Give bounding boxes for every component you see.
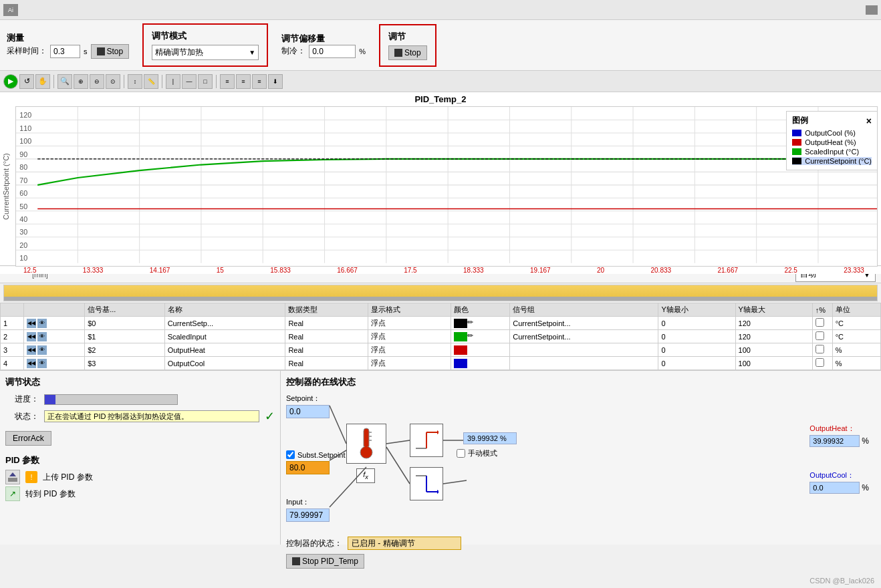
goto-pid-label: 转到 PID 参数 xyxy=(25,488,76,500)
signal-icon-1[interactable]: ◀◀ xyxy=(27,319,36,328)
progress-bar-container xyxy=(44,394,178,405)
table-row: 3 ◀◀ 👁 $2 OutputHeat Real 浮点 0 100 % xyxy=(1,343,881,357)
output-cool-input[interactable] xyxy=(809,482,860,494)
edit-icon-1[interactable]: ✏ xyxy=(467,318,473,326)
svg-text:120: 120 xyxy=(19,111,31,119)
svg-line-55 xyxy=(386,447,410,484)
toolbar: ▶ ↺ ✋ 🔍 ⊕ ⊖ ⊙ ↕ 📏 | — □ ≡ ≡ ≡ ⬇ xyxy=(0,71,881,92)
vline-button[interactable]: | xyxy=(166,74,180,89)
hline-button[interactable]: — xyxy=(182,74,197,89)
subst-label: Subst.Setpoint xyxy=(297,451,346,459)
zoom-out-2-button[interactable]: ⊖ xyxy=(90,74,104,89)
settings-icon[interactable] xyxy=(866,5,878,15)
cursor-button[interactable]: ↕ xyxy=(128,74,142,89)
eye-icon-4[interactable]: 👁 xyxy=(37,359,47,368)
progress-bar xyxy=(45,395,55,404)
sampling-input[interactable] xyxy=(50,45,80,58)
zoom-out-1-button[interactable]: ⊕ xyxy=(74,74,88,89)
cooling-input[interactable] xyxy=(309,45,356,58)
mode-dropdown[interactable]: 精确调节加热 ▼ xyxy=(152,45,259,60)
eye-icon-1[interactable]: 👁 xyxy=(37,319,47,328)
controller-panel-title: 控制器的在线状态 xyxy=(286,376,876,388)
export-button[interactable]: ⬇ xyxy=(268,74,283,89)
stop-icon xyxy=(97,47,105,55)
svg-rect-38 xyxy=(364,428,369,448)
goto-icon[interactable]: ↗ xyxy=(5,486,20,501)
controller-status-row: 控制器的状态： xyxy=(286,537,876,550)
setpoint-label: Setpoint： xyxy=(286,394,330,404)
upload-icon[interactable] xyxy=(5,470,20,484)
signal-icon-2[interactable]: ◀◀ xyxy=(27,332,36,341)
mode-section: 调节模式 精确调节加热 ▼ xyxy=(142,23,268,67)
legend-cool-color xyxy=(792,130,801,136)
stop-pid-icon xyxy=(292,557,300,565)
upload-pid-row: ! 上传 PID 参数 xyxy=(5,470,275,484)
data-table: 信号基... 名称 数据类型 显示格式 颜色 信号组 Y轴最小 Y轴最大 ↑% … xyxy=(0,303,881,370)
col-num xyxy=(1,303,24,317)
legend-item-setpoint: CurrentSetpoint (°C) xyxy=(792,157,872,165)
eye-icon-3[interactable]: 👁 xyxy=(37,345,47,355)
measure-button[interactable]: 📏 xyxy=(144,74,158,89)
error-ack-button[interactable]: ErrorAck xyxy=(5,431,51,446)
input-field[interactable] xyxy=(286,508,330,522)
legend-close-button[interactable]: × xyxy=(866,116,872,126)
edit-icon-2[interactable]: ✏ xyxy=(467,331,473,339)
zoom-in-button[interactable]: 🔍 xyxy=(57,74,72,89)
manual-mode-checkbox[interactable] xyxy=(457,449,465,458)
sampling-group: 采样时间： s Stop xyxy=(7,44,129,59)
offset-section: 调节偏移量 制冷： % xyxy=(281,33,366,58)
output-heat-group: OutputHeat： % xyxy=(809,424,869,447)
scale-check-1[interactable] xyxy=(815,318,824,327)
pan-button[interactable]: ✋ xyxy=(35,74,50,89)
svg-marker-51 xyxy=(437,490,438,494)
data-table-area: 信号基... 名称 数据类型 显示格式 颜色 信号组 Y轴最小 Y轴最大 ↑% … xyxy=(0,303,881,371)
scale-check-3[interactable] xyxy=(815,345,824,353)
toolbar-sep-1 xyxy=(53,75,54,88)
row-icons-3: ◀◀ 👁 xyxy=(27,345,82,355)
status-row: 状态： ✓ xyxy=(5,409,275,424)
mode-select[interactable]: 精确调节加热 ▼ xyxy=(152,45,259,60)
mode-section-label: 调节模式 xyxy=(152,30,186,42)
list-left-button[interactable]: ≡ xyxy=(220,74,235,89)
signal-icon-3[interactable]: ◀◀ xyxy=(27,345,36,355)
subst-checkbox[interactable] xyxy=(286,450,295,459)
svg-rect-40 xyxy=(365,446,368,454)
stop-pid-container: Stop PID_Temp xyxy=(286,554,876,569)
offset-row: 制冷： % xyxy=(281,45,366,58)
svg-line-58 xyxy=(443,480,467,484)
signal-icon-4[interactable]: ◀◀ xyxy=(27,359,36,368)
svg-text:60: 60 xyxy=(19,189,27,197)
offset-label: 调节偏移量 xyxy=(281,33,366,45)
chart-inner[interactable]: 120 110 100 90 80 70 60 50 40 30 20 10 xyxy=(15,106,878,267)
adjust-stop-icon xyxy=(394,49,402,57)
subst-input[interactable] xyxy=(286,461,330,474)
controller-diagram: Setpoint： Subst.Setpoint Input： xyxy=(286,394,876,534)
header: 测量 采样时间： s Stop 调节模式 精确调节加热 ▼ 调节偏移量 制冷： … xyxy=(0,20,881,71)
box-button[interactable]: □ xyxy=(198,74,213,89)
scrollbar-handle[interactable] xyxy=(4,297,877,301)
chart-container: 图例 × OutputCool (%) OutputHeat (%) Scale… xyxy=(0,92,881,266)
col-ymax: Y轴最大 xyxy=(735,303,812,317)
stop-button[interactable]: Stop xyxy=(91,44,130,59)
output-heat-input[interactable] xyxy=(809,435,860,447)
scrollbar-area[interactable] xyxy=(3,285,878,301)
scale-check-4[interactable] xyxy=(815,358,824,367)
play-button[interactable]: ▶ xyxy=(3,74,18,89)
status-label: 状态： xyxy=(5,411,39,422)
setpoint-input[interactable] xyxy=(286,405,330,418)
list-center-button[interactable]: ≡ xyxy=(236,74,251,89)
adjust-stop-button[interactable]: Stop xyxy=(388,45,427,60)
col-signal: 信号基... xyxy=(85,303,164,317)
refresh-button[interactable]: ↺ xyxy=(19,74,34,89)
zoom-fit-button[interactable]: ⊙ xyxy=(106,74,120,89)
stop-pid-button[interactable]: Stop PID_Temp xyxy=(286,554,364,569)
scale-check-2[interactable] xyxy=(815,331,824,340)
legend-heat-color xyxy=(792,139,801,146)
toolbar-sep-3 xyxy=(162,75,162,88)
cooling-unit: % xyxy=(359,47,366,55)
input-label: Input： xyxy=(286,497,330,507)
list-right-button[interactable]: ≡ xyxy=(252,74,267,89)
top-bar: Ai xyxy=(0,0,881,20)
svg-text:70: 70 xyxy=(19,176,27,184)
eye-icon-2[interactable]: 👁 xyxy=(37,332,47,341)
